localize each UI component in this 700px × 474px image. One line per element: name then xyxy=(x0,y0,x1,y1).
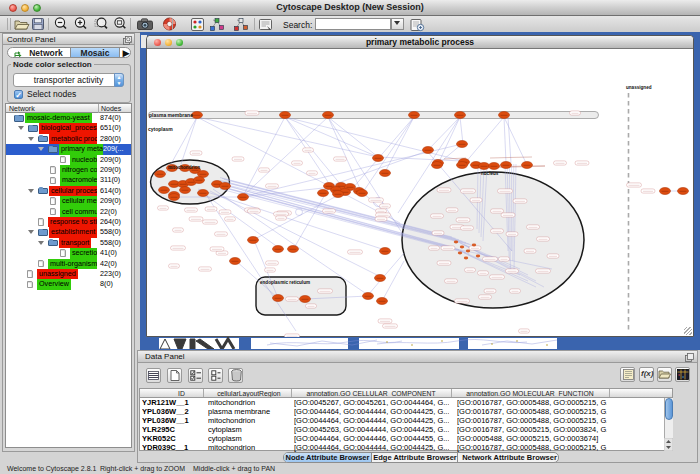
svg-text:cytoplasm: cytoplasm xyxy=(148,126,173,132)
svg-text:plasma membrane: plasma membrane xyxy=(149,112,193,118)
svg-text:endoplasmic reticulum: endoplasmic reticulum xyxy=(260,280,310,285)
svg-text:mitochondrion: mitochondrion xyxy=(168,165,200,170)
svg-text:unassigned: unassigned xyxy=(626,85,652,90)
svg-text:nucleus: nucleus xyxy=(481,171,499,176)
